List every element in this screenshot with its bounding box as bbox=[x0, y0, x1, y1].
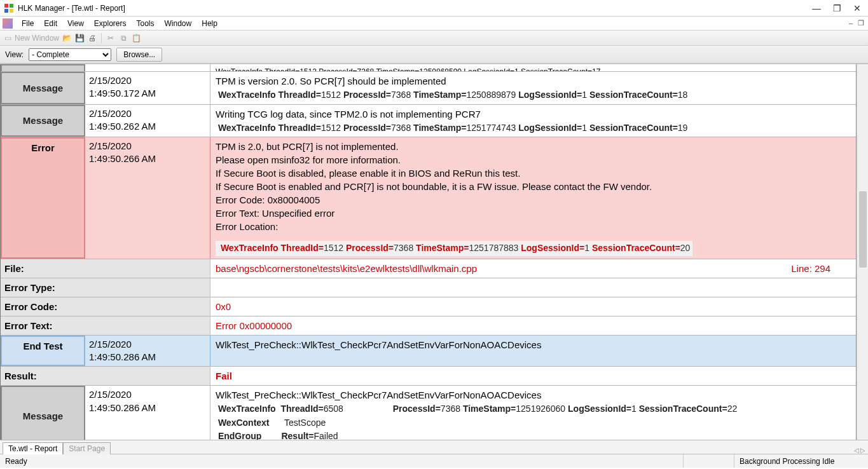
meta-value: Error 0x00000000 bbox=[210, 316, 856, 335]
menubar: File Edit View Explorers Tools Window He… bbox=[0, 17, 868, 31]
error-line: Please open msinfo32 for more informatio… bbox=[216, 153, 851, 167]
log-row-message[interactable]: Message 2/15/2020 1:49:50.286 AM WlkTest… bbox=[1, 386, 856, 440]
app-icon bbox=[4, 3, 14, 13]
mdi-icon bbox=[3, 18, 13, 29]
open-icon[interactable]: 📂 bbox=[62, 33, 72, 43]
error-trace: WexTraceInfo ThreadId=1512 ProcessId=736… bbox=[216, 241, 692, 256]
error-line: If Secure Boot is enabled and PCR[7] is … bbox=[216, 180, 851, 193]
log-row-message[interactable]: Message 2/15/2020 1:49:50.172 AM TPM is … bbox=[1, 72, 856, 105]
log-row-error[interactable]: Error 2/15/2020 1:49:50.266 AM TPM is 2.… bbox=[1, 137, 856, 259]
menu-edit[interactable]: Edit bbox=[39, 18, 62, 29]
log-row-message[interactable]: Message 2/15/2020 1:49:50.262 AM Writing… bbox=[1, 105, 856, 138]
close-button[interactable]: ✕ bbox=[853, 4, 862, 13]
meta-value: 0x0 bbox=[210, 297, 856, 316]
report-area: WexTraceInfo ThreadId=1512 ProcessId=736… bbox=[0, 64, 868, 440]
log-row: WexTraceInfo ThreadId=1512 ProcessId=736… bbox=[1, 64, 856, 72]
document-tabs: Te.wtl - Report Start Page ◁ ▷ bbox=[0, 440, 868, 454]
statusbar: Ready Background Processing Idle bbox=[0, 454, 868, 468]
view-label: View: bbox=[5, 50, 24, 59]
toolbar: ▭ New Window 📂 💾 🖨 ✂ ⧉ 📋 bbox=[0, 31, 868, 46]
scrollbar-thumb[interactable] bbox=[859, 191, 867, 268]
tab-nav-right-icon[interactable]: ▷ bbox=[860, 447, 865, 454]
trace-line: WexContext TestScope bbox=[216, 417, 851, 430]
menu-file[interactable]: File bbox=[17, 18, 39, 29]
row-date: 2/15/2020 bbox=[89, 338, 206, 351]
trace-line: WexTraceInfo ThreadId=6508 ProcessId=736… bbox=[216, 403, 851, 416]
copy-icon[interactable]: ⧉ bbox=[118, 33, 128, 43]
row-text: Writing TCG log data, since TPM2.0 is no… bbox=[216, 107, 851, 121]
menu-tools[interactable]: Tools bbox=[132, 18, 160, 29]
new-window-icon: ▭ bbox=[3, 33, 13, 43]
row-time: 1:49:50.286 AM bbox=[89, 402, 206, 414]
status-background: Background Processing Idle bbox=[734, 454, 868, 468]
menu-explorers[interactable]: Explorers bbox=[89, 18, 132, 29]
error-line: TPM is 2.0, but PCR[7] is not implemente… bbox=[216, 140, 851, 153]
viewbar: View: - Complete Browse... bbox=[0, 46, 868, 64]
menu-view[interactable]: View bbox=[62, 18, 89, 29]
svg-rect-0 bbox=[4, 4, 8, 8]
view-select[interactable]: - Complete bbox=[29, 48, 111, 61]
row-text: WlkTest_PreCheck::WlkTest_CheckPcr7AndSe… bbox=[216, 388, 851, 402]
row-date: 2/15/2020 bbox=[89, 74, 206, 87]
browse-button[interactable]: Browse... bbox=[116, 48, 162, 62]
meta-label: Error Text: bbox=[1, 316, 210, 335]
svg-rect-2 bbox=[4, 9, 8, 13]
save-icon[interactable]: 💾 bbox=[74, 33, 85, 43]
row-type: Message bbox=[1, 386, 85, 440]
tab-start-page[interactable]: Start Page bbox=[63, 442, 111, 454]
row-text: TPM is version 2.0. So PCR[7] should be … bbox=[216, 74, 851, 88]
trace-line: EndGroup Result=Failed bbox=[216, 430, 851, 440]
row-type: Message bbox=[1, 72, 85, 104]
paste-icon[interactable]: 📋 bbox=[131, 33, 141, 43]
row-type: Error bbox=[1, 137, 85, 259]
meta-label: File: bbox=[1, 259, 210, 278]
error-line: Error Location: bbox=[216, 220, 851, 233]
menu-help[interactable]: Help bbox=[196, 18, 223, 29]
svg-rect-3 bbox=[10, 9, 13, 13]
meta-value: base\ngscb\cornerstone\tests\kits\e2ewlk… bbox=[216, 262, 477, 275]
tab-nav-left-icon[interactable]: ◁ bbox=[854, 447, 859, 454]
row-date: 2/15/2020 bbox=[89, 140, 206, 153]
minimize-button[interactable]: — bbox=[812, 4, 821, 13]
meta-value: Fail bbox=[210, 367, 856, 385]
error-line: Error Text: Unspecified error bbox=[216, 207, 851, 220]
print-icon[interactable]: 🖨 bbox=[87, 33, 97, 43]
menu-window[interactable]: Window bbox=[160, 18, 197, 29]
window-title: HLK Manager - [Te.wtl - Report] bbox=[18, 4, 812, 13]
meta-value bbox=[210, 278, 856, 297]
row-time: 1:49:50.172 AM bbox=[89, 87, 206, 100]
status-cell bbox=[684, 454, 734, 468]
log-row-endtest[interactable]: End Test 2/15/2020 1:49:50.286 AM WlkTes… bbox=[1, 336, 856, 367]
meta-row-error-code: Error Code: 0x0 bbox=[1, 297, 856, 316]
error-line: If Secure Boot is disabled, please enabl… bbox=[216, 167, 851, 180]
vertical-scrollbar[interactable] bbox=[857, 64, 868, 440]
trace-text: WexTraceInfo ThreadId=1512 ProcessId=736… bbox=[216, 67, 600, 72]
row-type: Message bbox=[1, 105, 85, 137]
meta-row-error-type: Error Type: bbox=[1, 278, 856, 297]
trace-line: WexTraceInfo ThreadId=1512 ProcessId=736… bbox=[216, 89, 851, 102]
window-titlebar: HLK Manager - [Te.wtl - Report] — ❐ ✕ bbox=[0, 0, 868, 17]
row-time: 1:49:50.266 AM bbox=[89, 153, 206, 165]
tab-report[interactable]: Te.wtl - Report bbox=[3, 442, 63, 454]
svg-rect-1 bbox=[10, 4, 13, 8]
meta-row-file: File: base\ngscb\cornerstone\tests\kits\… bbox=[1, 259, 856, 278]
new-window-button[interactable]: ▭ New Window bbox=[3, 33, 59, 43]
error-line: Error Code: 0x80004005 bbox=[216, 193, 851, 207]
trace-line: WexTraceInfo ThreadId=1512 ProcessId=736… bbox=[216, 122, 851, 135]
meta-row-result: Result: Fail bbox=[1, 367, 856, 386]
mdi-minimize-icon[interactable]: – bbox=[848, 19, 854, 27]
row-time: 1:49:50.262 AM bbox=[89, 120, 206, 133]
row-time: 1:49:50.286 AM bbox=[89, 351, 206, 364]
meta-row-error-text: Error Text: Error 0x00000000 bbox=[1, 316, 856, 336]
meta-label: Error Code: bbox=[1, 297, 210, 316]
row-text: WlkTest_PreCheck::WlkTest_CheckPcr7AndSe… bbox=[210, 336, 856, 367]
row-type: End Test bbox=[1, 336, 85, 367]
row-date: 2/15/2020 bbox=[89, 388, 206, 401]
toolbar-separator bbox=[101, 33, 102, 43]
status-ready: Ready bbox=[0, 454, 684, 468]
cut-icon[interactable]: ✂ bbox=[106, 33, 116, 43]
meta-label: Result: bbox=[1, 367, 210, 385]
row-date: 2/15/2020 bbox=[89, 107, 206, 120]
mdi-restore-icon[interactable]: ❐ bbox=[857, 19, 865, 27]
maximize-button[interactable]: ❐ bbox=[832, 4, 841, 13]
